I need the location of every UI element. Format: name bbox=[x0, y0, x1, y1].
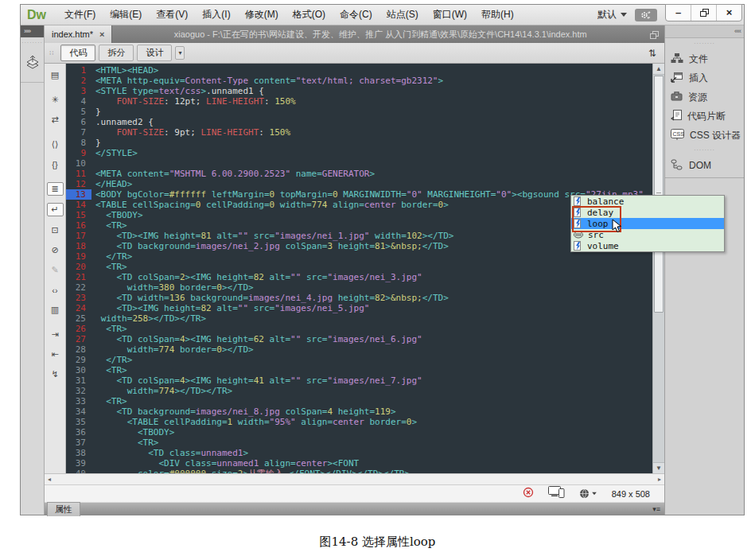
token: width= bbox=[274, 200, 311, 210]
token: images/nei_4.jpg bbox=[248, 293, 333, 303]
tab-close-icon[interactable]: × bbox=[99, 29, 104, 39]
design-view-button[interactable]: 设计 bbox=[137, 45, 172, 61]
token: size= bbox=[206, 469, 238, 473]
menu-item-6[interactable]: 命令(C) bbox=[333, 6, 379, 24]
device-preview-icon[interactable] bbox=[548, 486, 565, 501]
select-parent-tag-icon[interactable]: ⟨⟩ bbox=[48, 138, 63, 151]
drag-handle[interactable]: ········ bbox=[665, 147, 744, 154]
outdent-icon[interactable]: ⇤ bbox=[48, 348, 63, 361]
token: "" bbox=[238, 231, 248, 241]
menu-item-7[interactable]: 站点(S) bbox=[379, 6, 426, 24]
token: 774 bbox=[312, 200, 328, 210]
workspace-switcher[interactable]: 默认 bbox=[597, 8, 627, 21]
token: <TD width= bbox=[117, 293, 169, 303]
apply-comment-icon[interactable]: ⊡ bbox=[48, 224, 63, 237]
code-text: <TR> bbox=[91, 220, 127, 231]
token: </TD> bbox=[422, 241, 449, 251]
open-documents-icon[interactable]: ▤ bbox=[48, 68, 63, 82]
code-text: <TR> bbox=[91, 396, 127, 406]
code-text: FONT-SIZE: 9pt; LINE-HEIGHT: 150% bbox=[91, 127, 290, 138]
code-line: 40 color=#000000 size=2>从零输入 </FONT></DI… bbox=[66, 469, 652, 473]
code-text: <TR> bbox=[91, 365, 127, 375]
document-path: xiaoguo - F:\正在写的书\网站建设、开发、维护、推广 从入门到精通\… bbox=[112, 25, 648, 43]
code-hint-item-volume[interactable]: volume bbox=[571, 240, 724, 251]
tab-index-htm[interactable]: index.htm* × bbox=[45, 25, 112, 43]
menu-item-1[interactable]: 编辑(E) bbox=[103, 6, 149, 24]
minimize-button[interactable]: – bbox=[666, 5, 691, 21]
panel-menu-icon[interactable]: ▾≡ bbox=[652, 505, 664, 513]
token: border= bbox=[364, 417, 407, 427]
menu-item-8[interactable]: 窗口(W) bbox=[426, 6, 474, 24]
format-source-icon[interactable]: ↯ bbox=[48, 368, 63, 381]
design-view-dropdown[interactable]: ▾ bbox=[175, 46, 185, 60]
line-numbers-icon[interactable]: ≣ bbox=[47, 182, 64, 196]
token: width= bbox=[101, 313, 133, 324]
panel-button-文件[interactable]: 文件 bbox=[665, 49, 744, 68]
code-text: .unnamed2 { bbox=[91, 117, 154, 127]
panel-button-CSS 设计器[interactable]: CSSCSS 设计器 bbox=[665, 126, 744, 145]
preview-browser-icon[interactable] bbox=[579, 488, 597, 499]
panel-button-代码片断[interactable]: 代码片断 bbox=[665, 107, 744, 126]
scroll-up-icon[interactable]: ▲ bbox=[653, 64, 664, 75]
restore-button[interactable] bbox=[691, 5, 717, 21]
window-size-label[interactable]: 849 x 508 bbox=[612, 489, 650, 499]
error-icon[interactable] bbox=[523, 487, 534, 501]
body-row: »» ········ index.htm* × xiaoguo - F:\正在… bbox=[21, 25, 744, 515]
organize-icon[interactable]: ▥ bbox=[48, 303, 63, 317]
menu-item-2[interactable]: 查看(V) bbox=[149, 6, 195, 24]
token: <DIV class= bbox=[158, 458, 216, 469]
token: #ffffff bbox=[169, 189, 206, 200]
token: .unnamed1 { bbox=[206, 86, 264, 96]
vertical-scrollbar[interactable]: ▲ ▼ bbox=[652, 64, 664, 473]
token: width= bbox=[127, 344, 159, 355]
right-dock-collapse-button[interactable]: «« bbox=[665, 25, 744, 38]
token: 0 bbox=[333, 189, 338, 200]
close-button[interactable]: × bbox=[717, 5, 741, 21]
sync-settings-button[interactable] bbox=[635, 9, 657, 21]
workspace-label: 默认 bbox=[597, 8, 617, 21]
code-editor[interactable]: 1<HTML><HEAD>2<META http-equiv=Content-T… bbox=[66, 64, 652, 473]
panel-button-dom[interactable]: DOM bbox=[665, 156, 744, 175]
drag-handle[interactable]: ········ bbox=[665, 41, 744, 47]
scroll-down-icon[interactable]: ▼ bbox=[653, 462, 664, 473]
token: <TR> bbox=[106, 396, 127, 406]
left-dock-expand-button[interactable]: »» bbox=[21, 25, 44, 37]
extract-layers-icon[interactable] bbox=[25, 55, 41, 74]
token: text/css bbox=[158, 86, 200, 96]
menu-item-3[interactable]: 插入(I) bbox=[195, 6, 237, 24]
panel-button-资源[interactable]: 资源 bbox=[665, 88, 744, 107]
panel-button-插入[interactable]: 插入 bbox=[665, 68, 744, 88]
menu-item-9[interactable]: 帮助(H) bbox=[474, 6, 521, 24]
file-sync-icon[interactable]: ⇅ bbox=[648, 48, 660, 59]
indent-icon[interactable]: ⇥ bbox=[48, 328, 63, 341]
properties-tab[interactable]: 属性 bbox=[47, 502, 80, 516]
token: FONT-SIZE bbox=[117, 96, 165, 107]
token: 41 bbox=[254, 375, 264, 386]
drag-handle[interactable]: ········ bbox=[21, 40, 43, 46]
remove-comment-icon[interactable]: ⊘ bbox=[48, 243, 63, 257]
scrollbar-thumb[interactable] bbox=[654, 76, 664, 313]
code-view-button[interactable]: 代码 bbox=[60, 45, 95, 61]
token: "images/nei_3.jpg" bbox=[327, 272, 422, 282]
horizontal-scrollbar[interactable]: ◂ ▸ bbox=[45, 473, 664, 484]
restore-doc-icon[interactable] bbox=[650, 31, 658, 38]
wand-icon[interactable]: ✎ bbox=[48, 263, 63, 277]
token: align= bbox=[259, 458, 295, 469]
scroll-right-icon[interactable]: ▸ bbox=[658, 476, 661, 483]
word-wrap-icon[interactable]: ↵ bbox=[47, 203, 64, 216]
balance-braces-icon[interactable]: {} bbox=[48, 158, 63, 171]
token: 380 bbox=[159, 282, 175, 293]
show-set-icon[interactable]: ✳ bbox=[48, 93, 63, 107]
menu-item-4[interactable]: 修改(M) bbox=[238, 6, 286, 24]
move-css-icon[interactable]: ⇄ bbox=[48, 113, 63, 126]
token: &nbsp; bbox=[391, 241, 422, 251]
menu-item-0[interactable]: 文件(F) bbox=[57, 6, 103, 24]
code-hint-item-balance[interactable]: balance bbox=[571, 196, 724, 207]
menu-item-5[interactable]: 格式(O) bbox=[286, 6, 333, 24]
scroll-left-icon[interactable]: ◂ bbox=[48, 476, 51, 483]
token: 102 bbox=[407, 231, 422, 241]
line-number: 18 bbox=[66, 241, 91, 251]
split-view-button[interactable]: 拆分 bbox=[99, 45, 134, 61]
left-dock: »» ········ bbox=[21, 25, 45, 515]
code-snippet-icon[interactable]: ‹› bbox=[48, 283, 63, 297]
